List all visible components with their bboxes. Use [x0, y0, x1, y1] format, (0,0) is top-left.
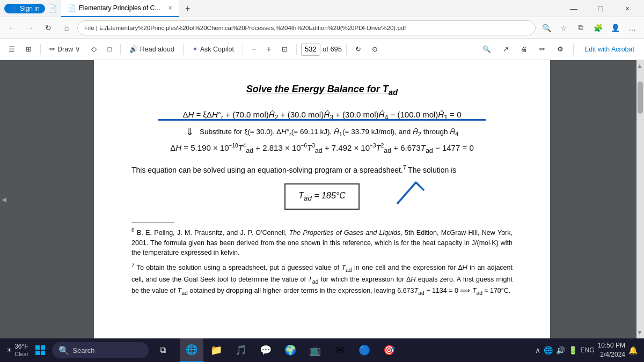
windows-logo-icon [35, 345, 46, 356]
svg-rect-1 [41, 345, 45, 350]
taskbar-edge-button[interactable]: 🌐 [180, 338, 203, 362]
draw-icon: ✏ [49, 45, 55, 53]
erase-button[interactable]: ◇ [87, 42, 101, 57]
copy-button[interactable]: ⊙ [368, 42, 382, 57]
fit-button[interactable]: ⊡ [277, 42, 292, 57]
taskbar-search-bar[interactable]: 🔍 Search [52, 342, 149, 358]
page-number-input[interactable] [301, 43, 320, 56]
scroll-down-arrow[interactable]: ▼ [636, 329, 643, 336]
search-toolbar-button[interactable]: 🔍 [478, 42, 495, 57]
taskbar-explorer-button[interactable]: 📁 [204, 338, 228, 362]
profile-icon[interactable]: 👤 [608, 20, 623, 35]
blue-arrow-decoration [392, 177, 429, 206]
minimize-button[interactable]: — [561, 0, 586, 17]
ask-copilot-button[interactable]: ✦ Ask Copilot [188, 42, 238, 57]
app2-icon: 🎯 [383, 344, 395, 356]
viewer-button[interactable]: □ [103, 42, 116, 57]
search-addr-icon[interactable]: 🔍 [539, 20, 554, 35]
zoom-in-button[interactable]: + [262, 43, 275, 56]
system-clock[interactable]: 10:50 PM 2/4/2024 [598, 341, 625, 359]
video-icon: 📺 [309, 344, 321, 356]
scroll-thumb[interactable] [638, 82, 643, 114]
menu-button[interactable]: ☰ [4, 42, 19, 57]
zoom-out-button[interactable]: − [247, 43, 260, 56]
tab-pdf[interactable]: 📄 Elementary Principles of Chemic × [61, 0, 179, 17]
read-aloud-button[interactable]: 🔊 Read aloud [125, 42, 179, 57]
more-tools-button[interactable]: ✏ [535, 42, 550, 57]
section-heading: Solve the Energy Balance for Tad [131, 82, 513, 99]
clock-time: 10:50 PM [598, 341, 625, 350]
settings-button[interactable]: ⚙ [553, 42, 568, 57]
taskbar-teams-button[interactable]: 💬 [254, 338, 277, 362]
section-underline-decoration [158, 119, 486, 121]
nav-button[interactable]: ⊞ [21, 42, 36, 57]
tab-close-icon[interactable]: × [169, 4, 172, 12]
equation-3: ΔH = 5.190 × 10−10T4ad + 2.813 × 10−6T3a… [131, 142, 513, 156]
sep2 [120, 44, 121, 55]
mail-icon: ✉ [336, 344, 344, 356]
maximize-button[interactable]: □ [588, 0, 613, 17]
windows-taskbar: ☀ 36°F Clear 🔍 Search ⧉ 🌐 📁 🎵 [0, 338, 644, 362]
favorites-icon[interactable]: ☆ [556, 20, 571, 35]
print-button[interactable]: 🖨 [516, 42, 532, 57]
sep1 [40, 44, 41, 55]
page-navigation: of 695 [301, 43, 342, 56]
tab-strip: 📄 Elementary Principles of Chemic × + [61, 0, 557, 17]
read-aloud-icon: 🔊 [129, 45, 138, 53]
scroll-up-arrow[interactable]: ▲ [636, 62, 643, 70]
explorer-icon: 📁 [210, 344, 222, 356]
title-bar: 👤 Sign in 📄 📄 Elementary Principles of C… [0, 0, 644, 17]
forward-button[interactable]: → [23, 20, 38, 35]
vertical-scrollbar[interactable]: ▲ ▼ [636, 60, 644, 338]
result-box: Tad = 185°C [284, 183, 360, 210]
notification-icon[interactable]: 🔔 [628, 346, 638, 354]
title-bar-left: 👤 Sign in 📄 [4, 4, 57, 13]
footnote-separator [131, 223, 174, 223]
extensions-icon[interactable]: 🧩 [590, 20, 605, 35]
taskbar-media-button[interactable]: 🎵 [229, 338, 253, 362]
close-button[interactable]: × [615, 0, 640, 17]
page-total: of 695 [323, 45, 342, 53]
collections-icon[interactable]: ⧉ [573, 20, 588, 35]
system-tray: ∧ 🌐 🔊 🔋 ENG 10:50 PM 2/4/2024 🔔 [535, 341, 638, 359]
taskbar-browser2-button[interactable]: 🌍 [279, 338, 302, 362]
main-content-area: ◀ Solve the Energy Balance for Tad ΔH = … [0, 60, 644, 338]
app1-icon: 🔵 [358, 344, 370, 356]
sep5 [296, 44, 297, 55]
pdf-viewport[interactable]: Solve the Energy Balance for Tad ΔH = ξΔ… [8, 60, 636, 338]
taskbar-mail-button[interactable]: ✉ [328, 338, 352, 362]
taskbar-app1-button[interactable]: 🔵 [353, 338, 376, 362]
pdf-content: Solve the Energy Balance for Tad ΔH = ξΔ… [131, 82, 513, 297]
taskbar-search-icon: 🔍 [58, 345, 69, 356]
address-input[interactable] [77, 20, 536, 35]
network-icon[interactable]: 🌐 [544, 346, 553, 354]
home-button[interactable]: ⌂ [59, 20, 74, 35]
draw-button[interactable]: ✏ Draw ∨ [45, 42, 85, 57]
more-icon[interactable]: … [625, 20, 640, 35]
sign-in-button[interactable]: 👤 Sign in [4, 4, 45, 13]
volume-icon[interactable]: 🔊 [556, 346, 565, 354]
task-view-button[interactable]: ⧉ [151, 338, 174, 362]
taskbar-video-button[interactable]: 📺 [303, 338, 327, 362]
media-icon: 🎵 [235, 344, 247, 356]
weather-widget[interactable]: ☀ 36°F Clear [6, 343, 28, 358]
clock-date: 2/4/2024 [598, 350, 625, 359]
refresh-button[interactable]: ↻ [41, 20, 56, 35]
eng-label[interactable]: ENG [581, 346, 595, 354]
task-view-icon: ⧉ [160, 345, 166, 355]
tray-up-arrow[interactable]: ∧ [535, 346, 540, 354]
battery-icon[interactable]: 🔋 [568, 346, 577, 354]
edit-acrobat-button[interactable]: Edit with Acrobat [579, 42, 640, 57]
rotate-button[interactable]: ↻ [351, 42, 365, 57]
new-tab-button[interactable]: + [179, 0, 196, 17]
start-button[interactable] [31, 341, 50, 360]
sep7 [573, 44, 574, 55]
taskbar-app2-button[interactable]: 🎯 [377, 338, 401, 362]
window-controls: — □ × [561, 0, 640, 17]
back-button[interactable]: ← [4, 20, 19, 35]
sep4 [243, 44, 243, 55]
result-area: Tad = 185°C [131, 181, 513, 212]
share-button[interactable]: ↗ [499, 42, 513, 57]
pdf-toolbar: ☰ ⊞ ✏ Draw ∨ ◇ □ 🔊 Read aloud ✦ Ask Copi… [0, 39, 644, 60]
browser2-icon: 🌍 [284, 344, 296, 356]
